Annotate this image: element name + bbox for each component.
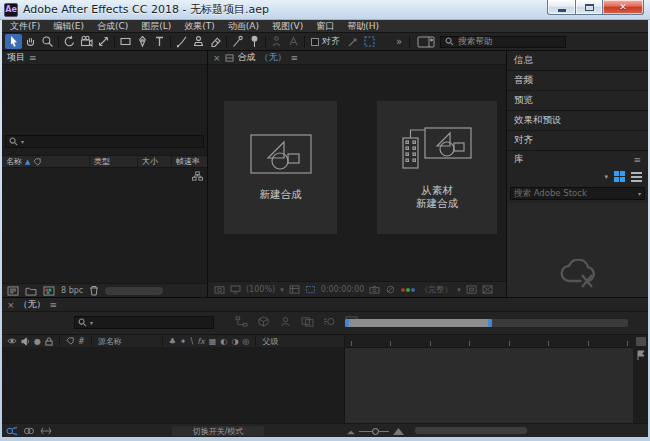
- column-frame-rate[interactable]: 帧速率: [171, 156, 207, 167]
- hide-shy-layers-icon[interactable]: [279, 316, 292, 327]
- tab-close-icon[interactable]: ×: [213, 53, 221, 63]
- solo-icon[interactable]: ●: [34, 337, 41, 346]
- frame-blend-switch-icon[interactable]: ▦: [209, 337, 217, 346]
- brush-tool-button[interactable]: [173, 34, 190, 49]
- snap-checkbox[interactable]: [311, 38, 319, 46]
- new-composition-button[interactable]: 新建合成: [224, 101, 337, 234]
- trash-icon[interactable]: [89, 285, 99, 296]
- zoom-tool-button[interactable]: [39, 34, 56, 49]
- quality-switch-icon[interactable]: \: [191, 337, 194, 346]
- channel-icon[interactable]: [401, 288, 415, 292]
- tab-close-icon[interactable]: ×: [7, 300, 15, 310]
- interpret-footage-icon[interactable]: [7, 286, 19, 296]
- grid-view-icon[interactable]: [614, 171, 625, 182]
- region-of-interest-icon[interactable]: [305, 285, 316, 294]
- shy-switch-icon[interactable]: ♣: [169, 337, 176, 346]
- timeline-search-input[interactable]: ▾: [74, 316, 214, 329]
- panel-menu-icon[interactable]: ≡: [29, 53, 37, 63]
- search-dropdown-icon[interactable]: ▾: [90, 319, 93, 326]
- hand-tool-button[interactable]: [22, 34, 39, 49]
- pen-tool-button[interactable]: [134, 34, 151, 49]
- comp-marker-bin[interactable]: [634, 335, 648, 347]
- puppet-pin-tool-button[interactable]: [246, 34, 263, 49]
- project-search-input[interactable]: ▾: [5, 135, 204, 148]
- grid-guides-icon[interactable]: [289, 285, 300, 294]
- panel-header-align[interactable]: 对齐: [507, 131, 648, 150]
- layer-list-area[interactable]: [2, 347, 345, 423]
- menu-layer[interactable]: 图层(L): [141, 20, 171, 33]
- mask-visibility-icon[interactable]: [344, 34, 361, 49]
- menu-view[interactable]: 视图(V): [272, 20, 303, 33]
- panel-header-preview[interactable]: 预览: [507, 91, 648, 110]
- rotate-tool-button[interactable]: [61, 34, 78, 49]
- zoom-slider-knob[interactable]: [372, 428, 379, 435]
- eraser-tool-button[interactable]: [207, 34, 224, 49]
- source-name-column[interactable]: 源名称: [98, 336, 156, 347]
- column-type[interactable]: 类型: [89, 156, 137, 167]
- magnification-dropdown[interactable]: (100%): [246, 285, 275, 294]
- navigator-start-handle[interactable]: [345, 319, 349, 327]
- composition-panel-tab[interactable]: × 合成 （无） ≡: [208, 51, 506, 65]
- menu-edit[interactable]: 编辑(E): [53, 20, 84, 33]
- menu-window[interactable]: 窗口: [316, 20, 334, 33]
- camera-snapshot-icon[interactable]: [369, 285, 380, 294]
- frame-blending-icon[interactable]: [301, 316, 314, 327]
- pan-behind-tool-button[interactable]: [95, 34, 112, 49]
- snap-control[interactable]: 对齐: [311, 35, 340, 48]
- dropdown-icon[interactable]: ▾: [638, 190, 641, 197]
- roto-brush-tool-button[interactable]: [229, 34, 246, 49]
- search-dropdown-icon[interactable]: ▾: [21, 138, 24, 145]
- audio-icon[interactable]: [21, 337, 30, 346]
- project-item-list[interactable]: [2, 168, 207, 283]
- panel-menu-icon[interactable]: ≡: [291, 53, 299, 63]
- resolution-dropdown[interactable]: （完整）: [420, 284, 452, 295]
- timeline-panel-tab[interactable]: × （无） ≡: [2, 298, 648, 312]
- menu-file[interactable]: 文件(F): [10, 20, 40, 33]
- draft-3d-icon[interactable]: [257, 316, 270, 327]
- workspace-switcher-icon[interactable]: [417, 36, 435, 48]
- help-search-input[interactable]: 搜索帮助: [440, 36, 566, 48]
- minimize-button[interactable]: [547, 0, 576, 15]
- maximize-button[interactable]: [575, 0, 603, 15]
- zoom-in-mountain-icon[interactable]: [393, 427, 404, 436]
- menu-animation[interactable]: 动画(A): [228, 20, 259, 33]
- three-d-switch-icon[interactable]: ◎: [242, 337, 249, 346]
- adjustment-layer-switch-icon[interactable]: ◑: [231, 337, 238, 346]
- panel-header-libraries[interactable]: 库 ≡: [507, 151, 648, 168]
- menu-help[interactable]: 帮助(H): [347, 20, 379, 33]
- marker-flag-icon[interactable]: [636, 350, 645, 360]
- footer-scrollbar[interactable]: [105, 287, 163, 295]
- panel-menu-icon[interactable]: ≡: [633, 155, 641, 165]
- time-navigator[interactable]: [345, 319, 628, 327]
- column-name[interactable]: 名称 ▲: [2, 156, 89, 167]
- dependencies-icon[interactable]: [192, 171, 203, 181]
- time-navigator-range[interactable]: [345, 319, 492, 327]
- layer-number-column[interactable]: #: [78, 337, 85, 346]
- bit-depth-button[interactable]: 8 bpc: [61, 286, 83, 295]
- menu-composition[interactable]: 合成(C): [97, 20, 128, 33]
- camera-tool-button[interactable]: [78, 34, 95, 49]
- eye-icon[interactable]: [7, 337, 17, 345]
- time-ruler[interactable]: [345, 335, 634, 347]
- menu-effect[interactable]: 效果(T): [184, 20, 215, 33]
- target-region-icon[interactable]: [466, 285, 477, 294]
- parent-column[interactable]: 父级: [262, 336, 278, 347]
- composition-flowchart-icon[interactable]: [235, 316, 248, 327]
- snapshot-icon[interactable]: [214, 285, 225, 294]
- list-view-icon[interactable]: [631, 172, 642, 182]
- timeline-horizontal-scrollbar[interactable]: [415, 427, 527, 434]
- zoom-slider[interactable]: [359, 431, 389, 432]
- rectangle-tool-button[interactable]: [117, 34, 134, 49]
- layer-switches-pane-icon[interactable]: [6, 426, 18, 436]
- panel-header-audio[interactable]: 音频: [507, 71, 648, 90]
- motion-blur-icon[interactable]: [323, 316, 336, 327]
- mask-toggle-icon[interactable]: [385, 285, 396, 294]
- clone-stamp-tool-button[interactable]: [190, 34, 207, 49]
- project-panel-tab[interactable]: 项目 ≡: [2, 51, 207, 65]
- comp-marker-button[interactable]: [636, 337, 646, 346]
- track-area[interactable]: [345, 347, 633, 423]
- library-dropdown-icon[interactable]: ▾: [604, 173, 608, 181]
- show-snapshot-icon[interactable]: [230, 285, 241, 294]
- type-tool-button[interactable]: [151, 34, 168, 49]
- viewer-timecode[interactable]: 0:00:00:00: [321, 285, 365, 294]
